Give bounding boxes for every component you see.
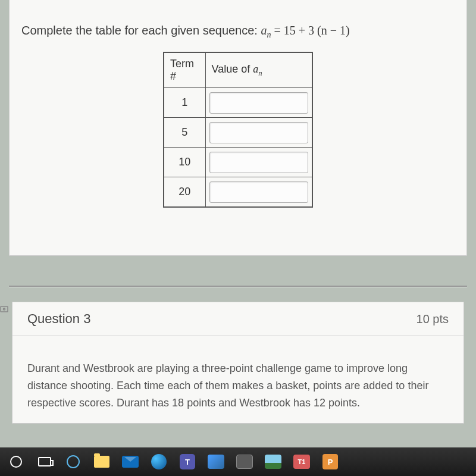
table-row: 10	[164, 148, 312, 177]
flag-icon[interactable]	[0, 305, 10, 318]
term-cell: 5	[164, 118, 205, 148]
prompt-text: Complete the table for each given sequen…	[21, 24, 261, 37]
edge-button[interactable]	[149, 452, 169, 472]
table-row: 5	[164, 118, 312, 148]
question-2-container: Complete the table for each given sequen…	[9, 0, 467, 256]
sequence-table: Term # Value of an 1 5	[163, 52, 313, 208]
powerpoint-icon: P	[322, 454, 338, 469]
task-view-button[interactable]	[35, 452, 55, 472]
value-cell	[205, 148, 312, 177]
windows-taskbar: T T1 P	[0, 447, 476, 476]
circle-icon	[10, 456, 22, 468]
photos-button[interactable]	[263, 452, 283, 472]
table-row: 20	[164, 177, 312, 208]
question-divider	[9, 286, 467, 287]
value-cell	[205, 118, 312, 148]
question-points: 10 pts	[416, 312, 449, 326]
folder-icon	[94, 456, 109, 468]
header-term: Term #	[164, 52, 205, 88]
start-button[interactable]	[6, 452, 26, 472]
question-3-body: Durant and Westbrook are playing a three…	[12, 336, 464, 424]
camera-button[interactable]	[234, 452, 255, 472]
question-title: Question 3	[27, 311, 90, 327]
cortana-icon	[67, 455, 80, 468]
app-t1-button[interactable]: T1	[292, 452, 312, 472]
term-cell: 10	[164, 148, 205, 177]
table-header-row: Term # Value of an	[164, 52, 312, 88]
teams-button[interactable]: T	[177, 452, 198, 472]
value-input-5[interactable]	[209, 122, 309, 143]
term-cell: 1	[164, 88, 205, 118]
value-cell	[205, 88, 312, 118]
header-value: Value of an	[205, 52, 312, 88]
sequence-formula: an = 15 + 3 (n − 1)	[261, 24, 349, 37]
powerpoint-button[interactable]: P	[320, 452, 340, 472]
edge-icon	[151, 454, 167, 469]
table-row: 1	[164, 88, 312, 118]
mail-icon	[122, 456, 139, 468]
question-prompt: Complete the table for each given sequen…	[21, 24, 455, 40]
svg-rect-0	[1, 306, 8, 312]
value-cell	[205, 177, 312, 208]
file-explorer-button[interactable]	[92, 452, 112, 472]
taskview-icon	[38, 457, 51, 466]
app-button[interactable]	[206, 452, 226, 472]
t1-icon: T1	[293, 455, 310, 469]
question-3-header: Question 3 10 pts	[12, 302, 464, 336]
camera-icon	[236, 455, 253, 469]
teams-icon: T	[180, 454, 195, 469]
cortana-button[interactable]	[63, 452, 83, 472]
app-icon	[208, 455, 224, 469]
value-input-20[interactable]	[209, 181, 309, 203]
value-input-1[interactable]	[209, 92, 309, 114]
mail-button[interactable]	[120, 452, 140, 472]
svg-point-1	[4, 308, 5, 310]
term-cell: 20	[164, 177, 205, 208]
photos-icon	[265, 455, 281, 469]
table-wrapper: Term # Value of an 1 5	[21, 52, 455, 208]
value-input-10[interactable]	[209, 152, 309, 173]
